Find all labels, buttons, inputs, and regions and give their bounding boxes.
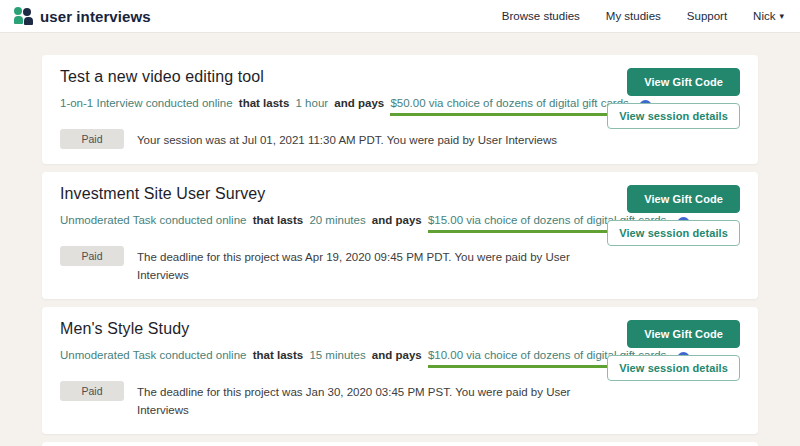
study-method: Unmoderated Task conducted online xyxy=(60,214,246,226)
top-nav-bar: user interviews Browse studies My studie… xyxy=(0,0,800,33)
studies-list: Test a new video editing tool 1-on-1 Int… xyxy=(0,33,800,446)
view-session-details-button[interactable]: View session details xyxy=(607,220,740,246)
lasts-label: that lasts xyxy=(253,214,304,226)
view-session-details-button[interactable]: View session details xyxy=(607,103,740,129)
view-session-details-button[interactable]: View session details xyxy=(607,355,740,381)
nav-user-menu[interactable]: Nick ▾ xyxy=(753,10,784,22)
study-card: FIRE User Research Study 1-on-1 Intervie… xyxy=(42,442,758,446)
study-duration: 15 minutes xyxy=(309,349,365,361)
user-interviews-logo-icon xyxy=(14,7,34,25)
pays-label: and pays xyxy=(372,349,422,361)
study-card: Men's Style Study Unmoderated Task condu… xyxy=(42,307,758,434)
study-method: Unmoderated Task conducted online xyxy=(60,349,246,361)
study-meta: Unmoderated Task conducted online that l… xyxy=(60,212,598,233)
status-badge: Paid xyxy=(60,381,124,401)
pays-label: and pays xyxy=(334,97,384,109)
pays-label: and pays xyxy=(372,214,422,226)
lasts-label: that lasts xyxy=(253,349,304,361)
status-badge: Paid xyxy=(60,246,124,266)
logo[interactable]: user interviews xyxy=(14,7,151,25)
caret-down-icon: ▾ xyxy=(779,12,784,21)
view-gift-code-button[interactable]: View Gift Code xyxy=(627,185,740,213)
nav-my-studies[interactable]: My studies xyxy=(606,10,661,22)
view-gift-code-button[interactable]: View Gift Code xyxy=(627,320,740,348)
study-duration: 1 hour xyxy=(296,97,329,109)
status-text: The deadline for this project was Jan 30… xyxy=(137,381,589,420)
nav-browse-studies[interactable]: Browse studies xyxy=(502,10,580,22)
nav-support[interactable]: Support xyxy=(687,10,727,22)
study-title: Test a new video editing tool xyxy=(60,68,598,86)
study-duration: 20 minutes xyxy=(309,214,365,226)
status-badge: Paid xyxy=(60,129,124,149)
lasts-label: that lasts xyxy=(239,97,290,109)
status-text: Your session was at Jul 01, 2021 11:30 A… xyxy=(137,129,557,150)
study-card: Test a new video editing tool 1-on-1 Int… xyxy=(42,55,758,164)
study-meta: Unmoderated Task conducted online that l… xyxy=(60,347,598,368)
study-card: Investment Site User Survey Unmoderated … xyxy=(42,172,758,299)
study-meta: 1-on-1 Interview conducted online that l… xyxy=(60,95,598,116)
logo-text: user interviews xyxy=(40,8,151,25)
user-name: Nick xyxy=(753,10,775,22)
study-title: Men's Style Study xyxy=(60,320,598,338)
study-method: 1-on-1 Interview conducted online xyxy=(60,97,233,109)
view-gift-code-button[interactable]: View Gift Code xyxy=(627,68,740,96)
study-payout: $50.00 via choice of dozens of digital g… xyxy=(390,95,628,116)
status-text: The deadline for this project was Apr 19… xyxy=(137,246,589,285)
study-title: Investment Site User Survey xyxy=(60,185,598,203)
main-nav: Browse studies My studies Support Nick ▾ xyxy=(502,10,784,22)
